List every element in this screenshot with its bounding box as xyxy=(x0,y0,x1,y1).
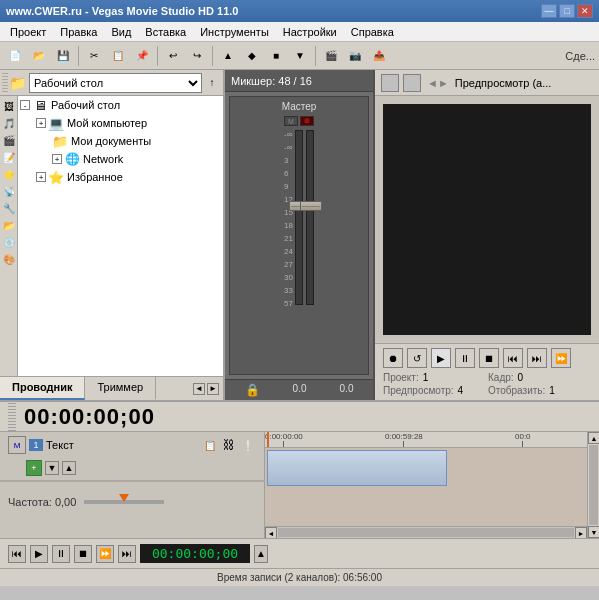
side-icon-5[interactable]: ⭐ xyxy=(1,166,17,182)
fader-track-right[interactable] xyxy=(306,130,314,305)
side-icon-6[interactable]: 📡 xyxy=(1,183,17,199)
menu-help[interactable]: Справка xyxy=(345,24,400,40)
menu-tools[interactable]: Инструменты xyxy=(194,24,275,40)
v-scroll-up[interactable]: ▲ xyxy=(588,432,599,444)
preview-record-btn[interactable]: ⏺ xyxy=(383,348,403,368)
tool1[interactable]: ▲ xyxy=(217,45,239,67)
tab-trimmer[interactable]: Триммер xyxy=(85,377,156,400)
capture-button[interactable]: 📷 xyxy=(344,45,366,67)
tree-item-mydocs[interactable]: 📁 Мои документы xyxy=(18,132,223,150)
close-button[interactable]: ✕ xyxy=(577,4,593,18)
ruler-mark-1: 0:00:59:28 xyxy=(385,432,423,447)
save-button[interactable]: 💾 xyxy=(52,45,74,67)
preview-transport-row: ⏺ ↺ ▶ ⏸ ⏹ ⏮ ⏭ ⏩ xyxy=(383,348,591,368)
fader-handle-right[interactable] xyxy=(300,201,322,211)
side-icon-10[interactable]: 🎨 xyxy=(1,251,17,267)
undo-button[interactable]: ↩ xyxy=(162,45,184,67)
preview-rewind-btn[interactable]: ↺ xyxy=(407,348,427,368)
transport-pause[interactable]: ⏸ xyxy=(52,545,70,563)
h-scroll-right[interactable]: ► xyxy=(575,527,587,538)
menu-insert[interactable]: Вставка xyxy=(139,24,192,40)
lock-icon: 🔒 xyxy=(245,383,260,397)
h-scrollbar: ◄ ► xyxy=(265,526,587,538)
transport-ff[interactable]: ⏩ xyxy=(96,545,114,563)
side-icon-8[interactable]: 📂 xyxy=(1,217,17,233)
preview-ff-btn[interactable]: ⏩ xyxy=(551,348,571,368)
tree-item-network[interactable]: + 🌐 Network xyxy=(18,150,223,168)
maximize-button[interactable]: □ xyxy=(559,4,575,18)
track-icon-1[interactable]: 📋 xyxy=(202,437,218,453)
track-number-badge: 1 xyxy=(29,439,43,451)
location-dropdown[interactable]: Рабочий стол xyxy=(29,73,202,93)
preview-prev-btn[interactable]: ⏮ xyxy=(503,348,523,368)
mute-button[interactable]: M xyxy=(284,116,298,126)
tool4[interactable]: ▼ xyxy=(289,45,311,67)
transport-play[interactable]: ▶ xyxy=(30,545,48,563)
copy-button[interactable]: 📋 xyxy=(107,45,129,67)
transport-rewind-start[interactable]: ⏮ xyxy=(8,545,26,563)
panel-tab-controls: ◄ ► xyxy=(189,377,223,400)
track-icon-2[interactable]: ⛓ xyxy=(221,437,237,453)
open-button[interactable]: 📂 xyxy=(28,45,50,67)
timeline-drag-handle[interactable] xyxy=(8,403,16,431)
render-button[interactable]: 🎬 xyxy=(320,45,342,67)
freq-slider[interactable] xyxy=(84,500,164,504)
v-scroll-down[interactable]: ▼ xyxy=(588,526,599,538)
track-small-btn-1[interactable]: ▼ xyxy=(45,461,59,475)
ruler-tick-1 xyxy=(403,441,404,447)
menu-project[interactable]: Проект xyxy=(4,24,52,40)
scroll-right-arrow[interactable]: ► xyxy=(207,383,219,395)
up-folder-button[interactable]: ↑ xyxy=(203,74,221,92)
preview-screen xyxy=(383,104,591,335)
tool2[interactable]: ◆ xyxy=(241,45,263,67)
redo-button[interactable]: ↪ xyxy=(186,45,208,67)
h-scroll-left[interactable]: ◄ xyxy=(265,527,277,538)
expand-desktop[interactable]: - xyxy=(20,100,30,110)
side-icon-9[interactable]: 💿 xyxy=(1,234,17,250)
tool3[interactable]: ■ xyxy=(265,45,287,67)
preview-stop-btn[interactable]: ⏹ xyxy=(479,348,499,368)
transport-extra[interactable]: ▲ xyxy=(254,545,268,563)
explorer-toolbar: 📁 Рабочий стол ↑ xyxy=(0,70,223,96)
preview-pause-btn[interactable]: ⏸ xyxy=(455,348,475,368)
preview-next-btn[interactable]: ⏭ xyxy=(527,348,547,368)
track-small-btn-2[interactable]: ▲ xyxy=(62,461,76,475)
preview-play-btn[interactable]: ▶ xyxy=(431,348,451,368)
tree-item-favorites[interactable]: + ⭐ Избранное xyxy=(18,168,223,186)
transport-fwd-end[interactable]: ⏭ xyxy=(118,545,136,563)
window-title: www.CWER.ru - Vegas Movie Studio HD 11.0 xyxy=(6,5,238,17)
track-green-btn[interactable]: + xyxy=(26,460,42,476)
side-icon-2[interactable]: 🎵 xyxy=(1,115,17,131)
minimize-button[interactable]: — xyxy=(541,4,557,18)
tree-item-desktop[interactable]: - 🖥 Рабочий стол xyxy=(18,96,223,114)
fader-track-left[interactable] xyxy=(295,130,303,305)
v-scroll-thumb[interactable] xyxy=(589,445,598,525)
tab-explorer[interactable]: Проводник xyxy=(0,377,85,400)
master-channel: Мастер M ⊘ -∞ -∞ 3 6 9 12 15 xyxy=(229,96,369,375)
expand-favorites[interactable]: + xyxy=(36,172,46,182)
track-icon-3[interactable]: ❕ xyxy=(240,437,256,453)
cut-button[interactable]: ✂ xyxy=(83,45,105,67)
expand-mycomputer[interactable]: + xyxy=(36,118,46,128)
side-icon-4[interactable]: 📝 xyxy=(1,149,17,165)
menu-edit[interactable]: Правка xyxy=(54,24,103,40)
new-button[interactable]: 📄 xyxy=(4,45,26,67)
mixer-title: Микшер: 48 / 16 xyxy=(231,75,312,87)
menu-settings[interactable]: Настройки xyxy=(277,24,343,40)
scroll-left-arrow[interactable]: ◄ xyxy=(193,383,205,395)
transport-stop[interactable]: ⏹ xyxy=(74,545,92,563)
side-icon-7[interactable]: 🔧 xyxy=(1,200,17,216)
tree-label-mydocs: Мои документы xyxy=(71,135,151,147)
db-18: 18 xyxy=(284,221,293,234)
export-button[interactable]: 📤 xyxy=(368,45,390,67)
paste-button[interactable]: 📌 xyxy=(131,45,153,67)
side-icon-1[interactable]: 🖼 xyxy=(1,98,17,114)
expand-network[interactable]: + xyxy=(52,154,62,164)
track-clip-1[interactable] xyxy=(267,450,447,486)
h-scroll-thumb[interactable] xyxy=(278,528,574,537)
playhead[interactable] xyxy=(267,432,269,447)
track-mute-btn[interactable]: M xyxy=(8,436,26,454)
side-icon-3[interactable]: 🎬 xyxy=(1,132,17,148)
menu-view[interactable]: Вид xyxy=(105,24,137,40)
tree-item-mycomputer[interactable]: + 💻 Мой компьютер xyxy=(18,114,223,132)
